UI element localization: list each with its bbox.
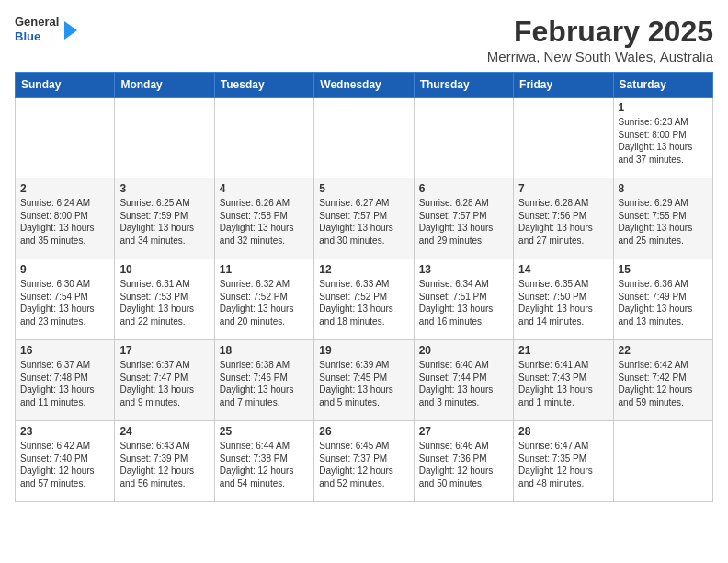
day-number: 16 [20, 344, 109, 357]
day-number: 24 [119, 425, 209, 438]
logo-blue: Blue [15, 29, 59, 44]
calendar-day-cell: 7Sunrise: 6:28 AM Sunset: 7:56 PM Daylig… [514, 178, 613, 259]
calendar-day-cell: 6Sunrise: 6:28 AM Sunset: 7:57 PM Daylig… [414, 178, 513, 259]
calendar-day-cell: 2Sunrise: 6:24 AM Sunset: 8:00 PM Daylig… [16, 178, 115, 259]
calendar-day-cell: 15Sunrise: 6:36 AM Sunset: 7:49 PM Dayli… [613, 259, 712, 340]
calendar-day-cell: 3Sunrise: 6:25 AM Sunset: 7:59 PM Daylig… [115, 178, 214, 259]
day-number: 18 [220, 344, 309, 357]
day-number: 13 [419, 263, 508, 276]
day-info: Sunrise: 6:26 AM Sunset: 7:58 PM Dayligh… [220, 197, 309, 247]
calendar-week-row: 23Sunrise: 6:42 AM Sunset: 7:40 PM Dayli… [16, 421, 713, 502]
day-info: Sunrise: 6:45 AM Sunset: 7:37 PM Dayligh… [319, 440, 408, 489]
day-info: Sunrise: 6:43 AM Sunset: 7:39 PM Dayligh… [119, 440, 209, 489]
weekday-header-cell: Monday [115, 73, 214, 98]
day-info: Sunrise: 6:24 AM Sunset: 8:00 PM Dayligh… [20, 197, 109, 247]
calendar-day-cell: 4Sunrise: 6:26 AM Sunset: 7:58 PM Daylig… [214, 178, 313, 259]
day-info: Sunrise: 6:31 AM Sunset: 7:53 PM Dayligh… [119, 278, 209, 327]
day-number: 20 [419, 344, 508, 357]
day-info: Sunrise: 6:41 AM Sunset: 7:43 PM Dayligh… [518, 359, 608, 408]
day-info: Sunrise: 6:28 AM Sunset: 7:56 PM Dayligh… [518, 197, 608, 247]
weekday-header-cell: Sunday [16, 73, 115, 98]
day-number: 26 [319, 425, 408, 438]
calendar-day-cell: 16Sunrise: 6:37 AM Sunset: 7:48 PM Dayli… [16, 340, 115, 421]
logo: General Blue [15, 15, 77, 43]
day-number: 9 [20, 263, 109, 276]
calendar-day-cell: 10Sunrise: 6:31 AM Sunset: 7:53 PM Dayli… [115, 259, 214, 340]
day-info: Sunrise: 6:36 AM Sunset: 7:49 PM Dayligh… [619, 278, 708, 327]
logo-general: General [15, 15, 59, 29]
day-number: 11 [220, 263, 309, 276]
day-info: Sunrise: 6:30 AM Sunset: 7:54 PM Dayligh… [20, 278, 109, 327]
calendar-day-cell [514, 98, 613, 178]
weekday-header-cell: Friday [514, 73, 613, 98]
day-number: 4 [220, 182, 309, 195]
calendar-table: SundayMondayTuesdayWednesdayThursdayFrid… [15, 72, 713, 502]
day-number: 5 [319, 182, 408, 195]
day-info: Sunrise: 6:32 AM Sunset: 7:52 PM Dayligh… [220, 278, 309, 327]
header: General Blue February 2025 Merriwa, New … [15, 15, 713, 64]
calendar-day-cell: 23Sunrise: 6:42 AM Sunset: 7:40 PM Dayli… [16, 421, 115, 502]
calendar-day-cell: 14Sunrise: 6:35 AM Sunset: 7:50 PM Dayli… [514, 259, 613, 340]
calendar-day-cell: 17Sunrise: 6:37 AM Sunset: 7:47 PM Dayli… [115, 340, 214, 421]
day-number: 3 [119, 182, 209, 195]
day-info: Sunrise: 6:39 AM Sunset: 7:45 PM Dayligh… [319, 359, 408, 408]
calendar-week-row: 9Sunrise: 6:30 AM Sunset: 7:54 PM Daylig… [16, 259, 713, 340]
day-info: Sunrise: 6:37 AM Sunset: 7:48 PM Dayligh… [20, 359, 109, 408]
calendar-day-cell [314, 98, 414, 178]
day-number: 22 [619, 344, 708, 357]
day-info: Sunrise: 6:44 AM Sunset: 7:38 PM Dayligh… [220, 440, 309, 489]
weekday-header-row: SundayMondayTuesdayWednesdayThursdayFrid… [16, 73, 713, 98]
day-info: Sunrise: 6:29 AM Sunset: 7:55 PM Dayligh… [619, 197, 708, 247]
calendar-day-cell: 24Sunrise: 6:43 AM Sunset: 7:39 PM Dayli… [115, 421, 214, 502]
calendar-day-cell: 20Sunrise: 6:40 AM Sunset: 7:44 PM Dayli… [414, 340, 513, 421]
calendar-day-cell: 12Sunrise: 6:33 AM Sunset: 7:52 PM Dayli… [314, 259, 414, 340]
calendar-day-cell [115, 98, 214, 178]
calendar-day-cell: 11Sunrise: 6:32 AM Sunset: 7:52 PM Dayli… [214, 259, 313, 340]
calendar-week-row: 16Sunrise: 6:37 AM Sunset: 7:48 PM Dayli… [16, 340, 713, 421]
weekday-header-cell: Tuesday [214, 73, 313, 98]
day-info: Sunrise: 6:35 AM Sunset: 7:50 PM Dayligh… [518, 278, 608, 327]
day-info: Sunrise: 6:47 AM Sunset: 7:35 PM Dayligh… [518, 440, 608, 489]
day-number: 27 [419, 425, 508, 438]
day-number: 1 [619, 101, 708, 114]
location-title: Merriwa, New South Wales, Australia [487, 49, 713, 64]
day-info: Sunrise: 6:46 AM Sunset: 7:36 PM Dayligh… [419, 440, 508, 489]
day-number: 8 [619, 182, 708, 195]
calendar-day-cell: 19Sunrise: 6:39 AM Sunset: 7:45 PM Dayli… [314, 340, 414, 421]
day-info: Sunrise: 6:42 AM Sunset: 7:40 PM Dayligh… [20, 440, 109, 489]
day-number: 21 [518, 344, 608, 357]
calendar-day-cell [414, 98, 513, 178]
calendar-day-cell: 26Sunrise: 6:45 AM Sunset: 7:37 PM Dayli… [314, 421, 414, 502]
day-number: 15 [619, 263, 708, 276]
day-number: 19 [319, 344, 408, 357]
calendar-week-row: 2Sunrise: 6:24 AM Sunset: 8:00 PM Daylig… [16, 178, 713, 259]
day-number: 6 [419, 182, 508, 195]
calendar-day-cell: 13Sunrise: 6:34 AM Sunset: 7:51 PM Dayli… [414, 259, 513, 340]
calendar-day-cell: 9Sunrise: 6:30 AM Sunset: 7:54 PM Daylig… [16, 259, 115, 340]
day-number: 23 [20, 425, 109, 438]
weekday-header-cell: Wednesday [314, 73, 414, 98]
day-number: 10 [119, 263, 209, 276]
logo-arrow-icon [64, 21, 77, 40]
calendar-day-cell: 18Sunrise: 6:38 AM Sunset: 7:46 PM Dayli… [214, 340, 313, 421]
calendar-day-cell: 25Sunrise: 6:44 AM Sunset: 7:38 PM Dayli… [214, 421, 313, 502]
day-number: 7 [518, 182, 608, 195]
day-info: Sunrise: 6:37 AM Sunset: 7:47 PM Dayligh… [119, 359, 209, 408]
calendar-day-cell [214, 98, 313, 178]
month-title: February 2025 [487, 15, 713, 49]
day-info: Sunrise: 6:38 AM Sunset: 7:46 PM Dayligh… [220, 359, 309, 408]
calendar-day-cell: 22Sunrise: 6:42 AM Sunset: 7:42 PM Dayli… [613, 340, 712, 421]
day-number: 12 [319, 263, 408, 276]
day-info: Sunrise: 6:40 AM Sunset: 7:44 PM Dayligh… [419, 359, 508, 408]
calendar-day-cell [16, 98, 115, 178]
day-info: Sunrise: 6:42 AM Sunset: 7:42 PM Dayligh… [619, 359, 708, 408]
calendar-day-cell: 8Sunrise: 6:29 AM Sunset: 7:55 PM Daylig… [613, 178, 712, 259]
day-info: Sunrise: 6:28 AM Sunset: 7:57 PM Dayligh… [419, 197, 508, 247]
day-info: Sunrise: 6:23 AM Sunset: 8:00 PM Dayligh… [619, 116, 708, 166]
day-number: 28 [518, 425, 608, 438]
day-number: 17 [119, 344, 209, 357]
calendar-day-cell: 21Sunrise: 6:41 AM Sunset: 7:43 PM Dayli… [514, 340, 613, 421]
day-info: Sunrise: 6:34 AM Sunset: 7:51 PM Dayligh… [419, 278, 508, 327]
weekday-header-cell: Saturday [613, 73, 712, 98]
calendar-day-cell: 1Sunrise: 6:23 AM Sunset: 8:00 PM Daylig… [613, 98, 712, 178]
